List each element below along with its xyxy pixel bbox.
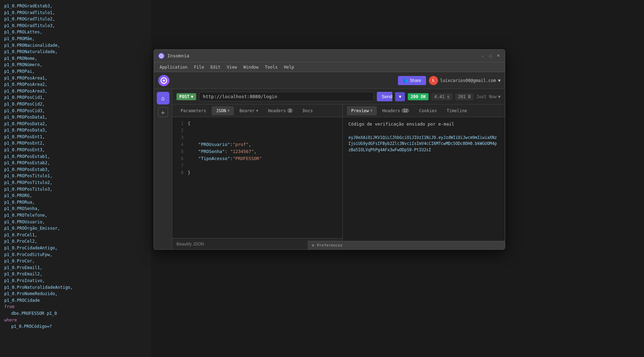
response-token: eyJ0eXAiOiJKV1QiLCJhbGciOiJIUzI1NiJ9.eyJ… — [348, 135, 499, 153]
tab-bearer[interactable]: Bearer ▼ — [235, 106, 262, 115]
insomnia-logo — [158, 53, 165, 59]
code-line: p1_0.PROGradEstab3, — [4, 3, 147, 9]
code-line: p1_0.PRONúmero, — [4, 62, 147, 68]
send-dropdown-button[interactable]: ▼ — [395, 92, 405, 101]
timestamp-dropdown-icon[interactable]: ▼ — [498, 94, 501, 99]
tab-preview[interactable]: Preview ▼ — [347, 106, 377, 115]
code-line: p1_0.PROPosTitulo3, — [4, 186, 147, 193]
response-body: Código de verificação enviado por e-mail… — [343, 117, 505, 249]
tab-parameters[interactable]: Parameters — [176, 106, 210, 115]
code-line: p1_0.ProCodSituFpw, — [4, 251, 147, 258]
tab-response-headers[interactable]: Headers 12 — [378, 106, 414, 115]
svg-point-4 — [163, 79, 165, 82]
preview-tab-dropdown-icon: ▼ — [371, 109, 373, 113]
menu-item-tools[interactable]: Tools — [262, 64, 281, 70]
url-input[interactable] — [199, 92, 374, 101]
tab-cookies[interactable]: Cookies — [415, 106, 441, 115]
menu-item-file[interactable]: File — [191, 64, 207, 70]
code-line: p1_0.ProEmail2, — [4, 271, 147, 278]
home-icon: ⌂ — [161, 95, 165, 102]
code-line: p1_0.PROTelefone, — [4, 212, 147, 219]
tab-docs[interactable]: Docs — [298, 106, 317, 115]
code-line: p1_0.PROÓrgão_Emissor, — [4, 225, 147, 232]
tab-headers[interactable]: Headers 2 — [264, 106, 297, 115]
code-line: p1_0.PROPosData2, — [4, 121, 147, 127]
maximize-button[interactable]: □ — [488, 53, 493, 58]
share-icon: 👥 — [403, 78, 408, 83]
share-button[interactable]: 👥 Share — [398, 76, 426, 85]
headers-badge: 2 — [287, 108, 293, 113]
code-line: p1_0.PROSenha, — [4, 205, 147, 212]
size-badge: 201 B — [455, 93, 474, 100]
json-editor[interactable]: 1 { 2 3 4 — [172, 117, 342, 238]
json-line-8: 8 } — [172, 169, 342, 176]
time-badge: 4.41 s — [431, 93, 452, 100]
code-line: p1_0.PROPosArea1, — [4, 75, 147, 82]
response-panel: Preview ▼ Headers 12 Cookies Timeline — [343, 104, 505, 249]
method-dropdown-icon: ▼ — [191, 94, 193, 99]
tab-json[interactable]: JSON ▼ — [212, 106, 234, 115]
menu-item-help[interactable]: Help — [281, 64, 297, 70]
sidebar-home-button[interactable]: ⌂ — [157, 92, 169, 104]
code-line: p1_0.PRONacionalidade, — [4, 42, 147, 49]
svg-point-2 — [161, 55, 162, 57]
json-line-4: 4 "PROUsuario":"prof", — [172, 141, 342, 148]
sidebar-add-button[interactable]: + — [158, 107, 168, 117]
code-line: p1_0.PROPosCid1, — [4, 94, 147, 101]
code-line: p1_0.ProCel2, — [4, 238, 147, 245]
title-bar: Insomnia − □ ✕ — [154, 50, 505, 62]
plus-icon: + — [161, 109, 165, 116]
code-line: p1_0.PROPai, — [4, 68, 147, 75]
tab-timeline[interactable]: Timeline — [443, 106, 471, 115]
preferences-label[interactable]: Preferences — [317, 243, 343, 248]
response-tabs-header: Preview ▼ Headers 12 Cookies Timeline — [343, 104, 505, 117]
code-line: p1_0.PROPosEnt3, — [4, 147, 147, 153]
code-line: p1_0.PRORua, — [4, 199, 147, 206]
menu-item-window[interactable]: Window — [240, 64, 261, 70]
timestamp-value: Just Now — [476, 94, 497, 99]
json-line-1: 1 { — [172, 120, 342, 127]
menu-item-application[interactable]: Application — [157, 64, 190, 70]
menu-item-edit[interactable]: Edit — [207, 64, 223, 70]
send-button[interactable]: Send — [377, 92, 392, 101]
insomnia-window: Insomnia − □ ✕ ApplicationFileEditViewWi… — [154, 49, 505, 250]
code-line: p1_0.ProNomeReduzido, — [4, 291, 147, 297]
panels-container: Parameters JSON ▼ Bearer ▼ Headers 2 — [172, 104, 505, 249]
code-line: p1_0.PROPosEnt2, — [4, 140, 147, 147]
code-line: p1_0.ProCor, — [4, 258, 147, 264]
json-line-6: 6 "TipoAcesso":"PROFESSOR" — [172, 155, 342, 162]
response-message: Código de verificação enviado por e-mail — [348, 121, 499, 127]
main-content: ⌂ + POST ▼ Send ▼ 200 OK 4.41 s 201 B — [154, 89, 505, 249]
user-email: luixcarios00@gmail.com — [440, 78, 496, 83]
status-bar: ⚙ Preferences Online Made with ❤ by Kong — [308, 241, 505, 249]
code-line: p1_0.PROPosTitulo1, — [4, 173, 147, 179]
code-line: p1_0.PROGradTitulo3, — [4, 23, 147, 29]
close-button[interactable]: ✕ — [496, 53, 501, 58]
user-avatar: L — [429, 76, 438, 85]
code-line: p1_0.PROPosCid2, — [4, 101, 147, 108]
code-line: p1_0.PROGradTitulo2, — [4, 16, 147, 23]
code-line: p1_0.ProEmail1, — [4, 264, 147, 271]
timestamp: Just Now ▼ — [476, 94, 501, 99]
code-line: p1_0.PROPosData3, — [4, 127, 147, 134]
method-badge[interactable]: POST ▼ — [176, 93, 196, 100]
menu-item-view[interactable]: View — [224, 64, 240, 70]
where-keyword: where — [4, 317, 147, 324]
preferences-icon: ⚙ — [312, 243, 314, 248]
request-tabs-panel: Parameters JSON ▼ Bearer ▼ Headers 2 — [172, 104, 343, 249]
code-line: p1_0.PRORG, — [4, 192, 147, 199]
code-line: p1_0.PROPosEstab1, — [4, 153, 147, 160]
window-title: Insomnia — [167, 53, 480, 58]
code-line: p1_0.PROMãe, — [4, 36, 147, 42]
code-line: p1_0.PROPosData1, — [4, 114, 147, 121]
status-badge: 200 OK — [408, 93, 429, 100]
sidebar: ⌂ + — [154, 89, 172, 249]
user-dropdown-icon[interactable]: ▼ — [498, 78, 501, 83]
from-clause: dbo.PROFESSOR p1_0 — [4, 310, 147, 317]
code-line: p1_0.PROUsuario, — [4, 219, 147, 225]
code-line: p1_0.ProInativo, — [4, 278, 147, 284]
code-line: p1_0.PROLattes, — [4, 29, 147, 36]
minimize-button[interactable]: − — [480, 53, 485, 58]
left-code-panel: p1_0.PROGradEstab3,p1_0.PROGradTitulo1,p… — [0, 0, 151, 357]
beautify-button[interactable]: Beautify JSON — [176, 242, 204, 247]
